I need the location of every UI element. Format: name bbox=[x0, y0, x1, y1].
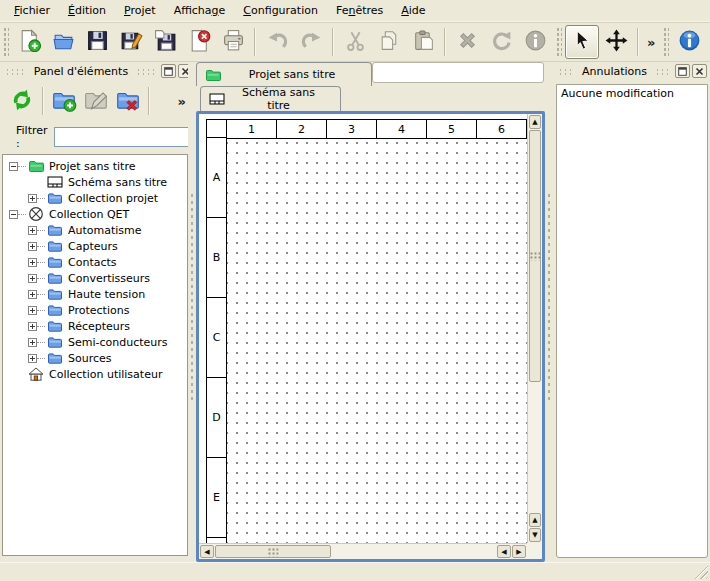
open-project-button[interactable] bbox=[46, 25, 80, 59]
rotate-button[interactable] bbox=[484, 25, 518, 59]
close-undo-panel-button[interactable] bbox=[692, 64, 707, 78]
toolbar-separator bbox=[148, 87, 150, 115]
undo-history-entry[interactable]: Aucune modification bbox=[557, 85, 707, 102]
tree-item-sch-ma-sans-titre[interactable]: Schéma sans titre bbox=[3, 174, 187, 190]
float-undo-panel-button[interactable] bbox=[675, 64, 690, 78]
close-file-button[interactable] bbox=[182, 25, 216, 59]
tree-expander-plus[interactable] bbox=[28, 226, 37, 235]
tree-expander-plus[interactable] bbox=[28, 338, 37, 347]
tree-item-projet-sans-titre[interactable]: Projet sans titre bbox=[3, 158, 187, 174]
toolbar-overflow-chevron[interactable]: » bbox=[643, 35, 659, 50]
tree-branch-line bbox=[37, 278, 45, 279]
float-panel-button[interactable] bbox=[161, 64, 176, 78]
undo-panel: Annulations Aucune modification bbox=[553, 62, 710, 562]
tree-item-capteurs[interactable]: Capteurs bbox=[3, 238, 187, 254]
column-header-5: 5 bbox=[426, 119, 477, 139]
print-button[interactable] bbox=[216, 25, 250, 59]
undo-panel-titlebar[interactable]: Annulations bbox=[553, 62, 710, 80]
scroll-left-button[interactable]: ◀ bbox=[200, 545, 214, 558]
scroll-up-button[interactable]: ▲ bbox=[529, 115, 541, 129]
left-splitter[interactable] bbox=[188, 62, 196, 562]
redo-button[interactable] bbox=[294, 25, 328, 59]
tree-expander-plus[interactable] bbox=[28, 306, 37, 315]
menu-projet[interactable]: Projet bbox=[115, 1, 165, 20]
tree-item-label: Automatisme bbox=[68, 224, 142, 237]
undo-button[interactable] bbox=[260, 25, 294, 59]
tree-item-sources[interactable]: Sources bbox=[3, 350, 187, 366]
tree-item-protections[interactable]: Protections bbox=[3, 302, 187, 318]
copy-icon bbox=[377, 28, 402, 56]
save-button[interactable] bbox=[80, 25, 114, 59]
tab-diagram[interactable]: Schéma sans titre bbox=[200, 86, 341, 111]
toolbar-overflow-chevron[interactable]: » bbox=[706, 35, 710, 50]
menu-fichier[interactable]: Fichier bbox=[5, 1, 59, 20]
new-document-button[interactable] bbox=[12, 25, 46, 59]
tree-expander-plus[interactable] bbox=[28, 290, 37, 299]
tree-item-collection-utilisateur[interactable]: Collection utilisateur bbox=[3, 366, 187, 382]
tree-expander-plus[interactable] bbox=[28, 258, 37, 267]
horizontal-scroll-thumb[interactable] bbox=[215, 545, 331, 558]
tree-item-r-cepteurs[interactable]: Récepteurs bbox=[3, 318, 187, 334]
toolbar-handle[interactable] bbox=[663, 27, 669, 57]
scroll-right-button[interactable]: ▶ bbox=[512, 545, 526, 558]
tab-project[interactable]: Projet sans titre bbox=[196, 62, 372, 86]
delete-category-button[interactable] bbox=[112, 85, 144, 117]
reload-collections-button[interactable] bbox=[6, 85, 38, 117]
tree-item-haute-tension[interactable]: Haute tension bbox=[3, 286, 187, 302]
tree-item-semi-conducteurs[interactable]: Semi-conducteurs bbox=[3, 334, 187, 350]
tree-item-convertisseurs[interactable]: Convertisseurs bbox=[3, 270, 187, 286]
right-splitter[interactable] bbox=[545, 62, 553, 562]
row-header-B: B bbox=[206, 217, 227, 298]
copy-button[interactable] bbox=[372, 25, 406, 59]
tree-expander-plus[interactable] bbox=[28, 274, 37, 283]
diagram-canvas[interactable]: 123456 ABCDE bbox=[199, 114, 527, 543]
toolbar-handle[interactable] bbox=[556, 27, 562, 57]
delete-category-icon bbox=[115, 87, 141, 116]
new-category-button[interactable] bbox=[48, 85, 80, 117]
save-all-button[interactable] bbox=[148, 25, 182, 59]
select-pointer-button[interactable] bbox=[565, 25, 599, 59]
move-view-button[interactable] bbox=[599, 25, 633, 59]
tab-diagram-label: Schéma sans titre bbox=[225, 86, 332, 112]
tree-expander-plus[interactable] bbox=[28, 322, 37, 331]
sheet-corner-cell bbox=[206, 119, 227, 139]
move-view-icon bbox=[604, 28, 629, 56]
menu-aide[interactable]: Aide bbox=[392, 1, 434, 20]
tree-expander-plus[interactable] bbox=[28, 194, 37, 203]
filter-input[interactable] bbox=[54, 127, 207, 147]
menu-fenetres[interactable]: Fenêtres bbox=[327, 1, 392, 20]
tree-item-automatisme[interactable]: Automatisme bbox=[3, 222, 187, 238]
vertical-scrollbar[interactable]: ▲ ▲ ▼ bbox=[527, 114, 542, 543]
element-info-button[interactable] bbox=[518, 25, 552, 59]
tab-bar-filler bbox=[372, 62, 544, 83]
tree-expander-minus[interactable] bbox=[9, 162, 18, 171]
save-as-button[interactable] bbox=[114, 25, 148, 59]
tree-expander-minus[interactable] bbox=[9, 210, 18, 219]
diagram-icon bbox=[209, 91, 225, 107]
tree-item-collection-projet[interactable]: Collection projet bbox=[3, 190, 187, 206]
rotate-icon bbox=[489, 28, 514, 56]
undo-history-list[interactable]: Aucune modification bbox=[556, 84, 708, 558]
cut-icon bbox=[343, 28, 368, 56]
cut-button[interactable] bbox=[338, 25, 372, 59]
resize-grip[interactable] bbox=[694, 565, 708, 579]
redo-icon bbox=[299, 28, 324, 56]
toolbar-handle[interactable] bbox=[3, 27, 9, 57]
edit-category-button[interactable] bbox=[80, 85, 112, 117]
delete-button[interactable] bbox=[450, 25, 484, 59]
about-qet-button[interactable] bbox=[672, 25, 706, 59]
scroll-down-button[interactable]: ▼ bbox=[529, 528, 541, 542]
menu-affichage[interactable]: Affichage bbox=[165, 1, 235, 20]
menu-configuration[interactable]: Configuration bbox=[234, 1, 327, 20]
scroll-left-button-2[interactable]: ◀ bbox=[497, 545, 511, 558]
vertical-scroll-thumb[interactable] bbox=[529, 130, 541, 382]
paste-button[interactable] bbox=[406, 25, 440, 59]
tree-expander-plus[interactable] bbox=[28, 242, 37, 251]
tree-item-contacts[interactable]: Contacts bbox=[3, 254, 187, 270]
tree-expander-plus[interactable] bbox=[28, 354, 37, 363]
horizontal-scrollbar[interactable]: ◀ ◀ ▶ bbox=[199, 543, 527, 559]
scroll-up-button-2[interactable]: ▲ bbox=[529, 513, 541, 527]
menu-edition[interactable]: Édition bbox=[59, 1, 115, 20]
elements-panel-titlebar[interactable]: Panel d'éléments bbox=[0, 62, 196, 80]
tree-item-collection-qet[interactable]: Collection QET bbox=[3, 206, 187, 222]
